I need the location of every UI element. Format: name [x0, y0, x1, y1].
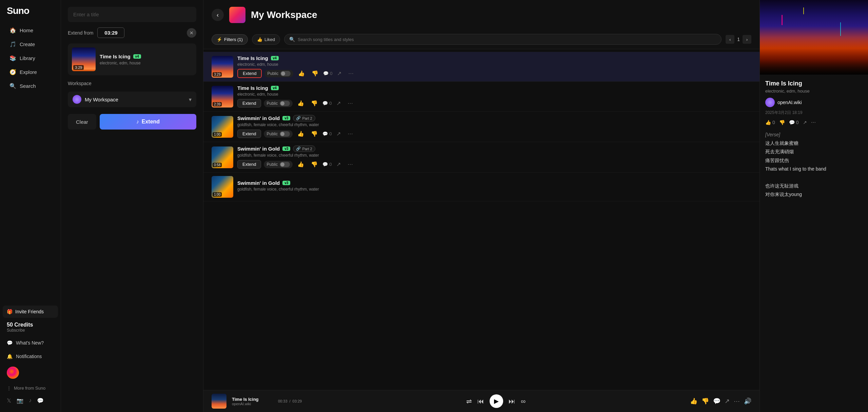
next-button[interactable]: ⏭ [509, 397, 515, 405]
thumbs-up-icon: 👍 [257, 37, 262, 42]
right-dislike-button[interactable]: 👎 [779, 120, 785, 125]
search-nav-icon: 🔍 [9, 83, 16, 89]
extend-button[interactable]: ♪ Extend [100, 114, 196, 130]
whats-new-item[interactable]: 💬 What's New? [3, 337, 58, 349]
public-toggle[interactable] [280, 71, 291, 76]
sidebar-item-search[interactable]: 🔍 Search [3, 79, 58, 93]
dislike-button[interactable]: 👎 [309, 99, 320, 108]
workspace-select[interactable]: My Workspace ▾ [68, 92, 196, 107]
song-version-badge: v3 [282, 116, 290, 120]
right-comment-button[interactable]: 💬 0 [789, 120, 799, 125]
comment-area[interactable]: 💬 0 [322, 162, 332, 167]
instagram-icon[interactable]: 📷 [17, 397, 23, 404]
app-logo: Suno [0, 5, 61, 23]
song-time-badge: 3:29 [73, 65, 84, 70]
song-row[interactable]: 1:00 Swimmin' in Gold v3 🔗 Part 2 goldfi… [203, 112, 760, 142]
song-row[interactable]: 3:29 Time Is Icing v4 electronic, edm, h… [203, 52, 760, 82]
extend-row-button[interactable]: Extend [237, 130, 261, 138]
public-toggle[interactable] [280, 101, 290, 106]
share-button[interactable]: ↗ [334, 129, 343, 138]
song-tags: electronic, edm, house [100, 61, 192, 65]
clear-button[interactable]: Clear [68, 114, 96, 130]
more-button[interactable]: ⋯ [346, 99, 355, 108]
right-like-button[interactable]: 👍 0 [765, 120, 775, 125]
extend-row-button[interactable]: Extend [237, 69, 262, 78]
invite-friends-button[interactable]: 🎁 Invite Friends [3, 306, 58, 318]
player-more-button[interactable]: ⋯ [734, 397, 740, 405]
dislike-button[interactable]: 👎 [309, 129, 320, 138]
workspace-header: ‹ My Workspace [203, 0, 760, 30]
more-button[interactable]: ⋯ [346, 69, 356, 78]
prev-button[interactable]: ⏮ [477, 397, 484, 405]
player-dislike-button[interactable]: 👎 [702, 397, 709, 405]
extend-row-button[interactable]: Extend [237, 99, 261, 107]
dislike-button[interactable]: 👎 [310, 69, 320, 78]
sidebar-item-create[interactable]: 🎵 Create [3, 38, 58, 51]
share-button[interactable]: ↗ [335, 69, 343, 78]
player-bar: Time Is Icing openAI.wiki 00:33 / 03:29 … [203, 390, 760, 412]
chevron-down-icon: ▾ [189, 96, 192, 103]
prev-page-button[interactable]: ‹ [726, 35, 734, 44]
extend-row-button[interactable]: Extend [237, 160, 261, 169]
back-button[interactable]: ‹ [212, 9, 224, 21]
more-button[interactable]: ⋯ [346, 129, 355, 138]
share-button[interactable]: ↗ [334, 99, 343, 108]
player-song-info: Time Is Icing openAI.wiki [232, 397, 273, 406]
public-toggle-area: Public [264, 161, 293, 168]
player-like-button[interactable]: 👍 [690, 397, 697, 405]
public-toggle[interactable] [280, 162, 290, 167]
sidebar-item-home[interactable]: 🏠 Home [3, 24, 58, 37]
part2-badge: 🔗 Part 2 [293, 115, 315, 121]
like-button[interactable]: 👍 [295, 99, 306, 108]
tiktok-icon[interactable]: ♪ [29, 397, 32, 404]
like-button[interactable]: 👍 [295, 129, 306, 138]
right-username[interactable]: openAI.wiki [777, 100, 802, 105]
player-title: Time Is Icing [232, 397, 273, 402]
subscribe-link[interactable]: Subscribe [7, 328, 54, 333]
lyrics-line: 也许这无耻游戏 [765, 182, 863, 190]
music-note-icon: ♪ [136, 119, 139, 125]
song-row[interactable]: 2:39 Time Is Icing v4 electronic, edm, h… [203, 82, 760, 112]
user-avatar-area[interactable] [3, 364, 58, 381]
twitter-icon[interactable]: 𝕏 [7, 397, 11, 404]
shuffle-button[interactable]: ⇌ [466, 397, 472, 405]
right-share-button[interactable]: ↗ [803, 120, 807, 125]
extend-from-time-input[interactable] [97, 27, 124, 38]
sidebar-item-library[interactable]: 📚 Library [3, 52, 58, 65]
sidebar-item-label: Library [20, 55, 35, 61]
filter-icon: ⚡ [217, 37, 222, 42]
right-more-button[interactable]: ⋯ [811, 120, 816, 125]
next-page-button[interactable]: › [743, 35, 751, 44]
middle-panel: Extend from ✕ 3:29 Time Is Icing v4 elec… [61, 0, 203, 412]
dislike-button[interactable]: 👎 [309, 160, 320, 169]
player-share-button[interactable]: ↗ [725, 397, 730, 405]
liked-button[interactable]: 👍 Liked [252, 34, 280, 45]
lyrics-line: 死去充满硝烟 [765, 148, 863, 156]
volume-button[interactable]: 🔊 [744, 397, 751, 405]
song-version-badge: v4 [271, 86, 279, 90]
like-button[interactable]: 👍 [295, 160, 306, 169]
comment-area[interactable]: 💬 0 [322, 131, 332, 136]
share-button[interactable]: ↗ [334, 160, 343, 169]
discord-icon[interactable]: 💬 [37, 397, 44, 404]
public-toggle[interactable] [280, 131, 290, 137]
sidebar-item-explore[interactable]: 🧭 Explore [3, 65, 58, 79]
version-badge: v4 [133, 54, 141, 59]
song-row-info: Time Is Icing v4 electronic, edm, house … [237, 85, 751, 108]
more-from-suno[interactable]: ⋮ More from Suno [3, 383, 58, 393]
song-row-info: Swimmin' in Gold v3 🔗 Part 2 goldfish, f… [237, 145, 751, 169]
loop-button[interactable]: ∞ [521, 397, 526, 405]
play-pause-button[interactable]: ▶ [490, 394, 503, 408]
close-button[interactable]: ✕ [187, 28, 196, 38]
more-button[interactable]: ⋯ [346, 160, 355, 169]
notifications-item[interactable]: 🔔 Notifications [3, 350, 58, 362]
comment-area[interactable]: 💬 0 [323, 71, 332, 76]
title-input[interactable] [68, 7, 196, 22]
search-input[interactable] [298, 37, 716, 42]
song-row[interactable]: 0:58 Swimmin' in Gold v3 🔗 Part 2 goldfi… [203, 142, 760, 173]
like-button[interactable]: 👍 [296, 69, 307, 78]
filters-button[interactable]: ⚡ Filters (1) [212, 34, 248, 45]
player-comment-button[interactable]: 💬 [713, 397, 721, 405]
song-row[interactable]: 1:00 Swimmin' in Gold v3 goldfish, femal… [203, 173, 760, 201]
comment-area[interactable]: 💬 0 [322, 101, 332, 106]
